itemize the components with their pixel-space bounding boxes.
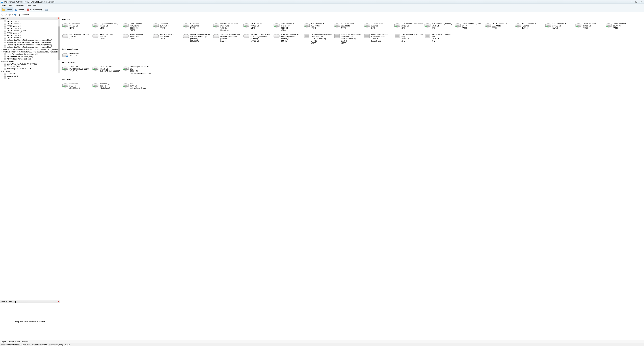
folder-tree[interactable]: ›FAT16 Volume 2›FAT16 Volume 3›FAT16 Vol… (0, 20, 60, 300)
volume-item[interactable]: Linux Swap Volume 1 (rhel.swap)7.73 GbLi… (213, 23, 243, 31)
expand-icon[interactable]: › (1, 58, 3, 60)
expand-icon[interactable]: › (1, 65, 3, 67)
volume-item[interactable]: Linux Swap Volume 3 (rhel.swap, raid)7.7… (364, 33, 394, 44)
volume-item[interactable]: Volume 8 (VMware ESX vmkcore (coredump p… (273, 33, 304, 44)
volume-item[interactable]: XFS Volume 11.00 GbXFS (364, 23, 394, 31)
tree-item[interactable]: ›FAT16 Volume 9 (0, 36, 60, 39)
volume-item[interactable]: NTFS Volume 1980.00 MbNTFS (243, 23, 273, 31)
tree-item[interactable]: ›XFS Volume 7 (rhel.root, raid) (0, 58, 60, 60)
tree-scrollbar[interactable] (58, 20, 60, 73)
volume-item[interactable]: rhel96.66 GbLVM Volume Group (122, 83, 152, 89)
volume-item[interactable]: NTFS Volume 3450.00 MbNTFS (304, 23, 334, 31)
tree-item[interactable]: ›FAT16 Volume 7 (0, 32, 60, 34)
volume-item[interactable]: Samsung SSD 870 EVO 1TB931.51 GbDisk 2 (… (122, 66, 152, 74)
expand-icon[interactable]: › (1, 34, 3, 36)
volume-item[interactable]: datastore12.50 TbJBod (Span) (62, 83, 92, 89)
volume-item[interactable]: E: (nonImportant data)465.32 GbNTFS (92, 23, 122, 31)
tree-item[interactable]: ›Volume 7 (VMware ESX vmkcore (coredump … (0, 43, 60, 46)
volume-item[interactable]: H: (sData)736.20 GbNTFS (183, 23, 213, 31)
volume-item[interactable]: FAT16 Volume 74.00 GbFAT16 (92, 33, 122, 44)
volume-item[interactable]: FAT16 Volume 10285.98 MbFAT16 (485, 23, 515, 31)
expand-icon[interactable]: › (1, 25, 3, 27)
expand-icon[interactable]: › (1, 63, 3, 65)
volume-item[interactable]: XFS Volume 7 (rhel.root, raid)59.75 GbXF… (424, 33, 454, 44)
expand-icon[interactable]: › (1, 73, 3, 75)
tree-item[interactable]: ›datastore1 (0, 72, 60, 75)
volume-item[interactable]: G: (data2)194.71 GbNTFS (152, 23, 183, 31)
bottom-clear-button[interactable]: Clear (16, 341, 20, 343)
volume-item[interactable]: FAT16 Volume 6 (ESXi)3.97 MbFAT16 (62, 33, 92, 44)
volume-item[interactable]: XFS Volume 2 (rhel.home)29.18 GbXFS (394, 23, 424, 31)
menu-view[interactable]: View (8, 4, 12, 6)
volume-item[interactable]: FAT16 Volume 5285.98 MbFAT16 (606, 23, 636, 31)
expand-icon[interactable]: › (1, 23, 3, 25)
menu-tools[interactable]: Tools (27, 4, 31, 6)
tree-item[interactable]: ›Volume 3 (VMware ESX vmkcore (coredump … (0, 39, 60, 41)
menu-commands[interactable]: Commands (15, 4, 24, 6)
expand-icon[interactable]: › (1, 41, 3, 43)
expand-icon[interactable]: › (1, 27, 3, 29)
bottom-export-button[interactable]: Export (1, 341, 6, 343)
tree-item[interactable]: ›/vmfs/volumes/5850504c-01f07065-77f2-00… (0, 48, 60, 51)
volume-item[interactable]: FAT32 Volume 1 (SYSTEM)300.00 MbFAT32 (122, 23, 152, 31)
files-drop-area[interactable]: Drop files which you want to recover (0, 303, 60, 340)
volume-item[interactable]: SAMSUNG MZVL2512HCJQ-00B00476.94 Gb (62, 66, 92, 74)
expand-icon[interactable]: › (1, 75, 3, 77)
expand-icon[interactable]: › (1, 30, 3, 32)
maximize-button[interactable] (635, 1, 637, 3)
bottom-wizard-button[interactable]: Wizard (8, 341, 14, 343)
expand-icon[interactable]: › (1, 44, 3, 46)
minimize-button[interactable] (630, 1, 632, 3)
expand-icon[interactable]: › (1, 77, 3, 79)
tree-item[interactable]: ›rhel (0, 77, 60, 79)
expand-icon[interactable]: › (1, 53, 3, 55)
expand-icon[interactable]: › (1, 32, 3, 34)
tree-item[interactable]: ›ST950042 3AS (0, 65, 60, 67)
tree-item[interactable]: ›FAT16 Volume 6 (ESXi) (0, 29, 60, 32)
expand-icon[interactable]: › (1, 68, 3, 69)
tree-item[interactable]: ›SAMSUNG MZVL2512HCJQ-00B00 (0, 63, 60, 65)
tree-scroll-thumb[interactable] (58, 26, 60, 60)
volume-item[interactable]: Volume 3 (VMware ESX vmkcore (coredump p… (183, 33, 213, 44)
breadcrumb[interactable]: My Computer (18, 13, 29, 15)
content-pane[interactable]: VolumesC: (Windows)357.65 GbNTFSE: (nonI… (60, 17, 644, 340)
volume-item[interactable]: FAT16 Volume 3249.98 MbFAT16 (545, 23, 575, 31)
toolbar-raid-button[interactable]: Raid Recovery (25, 7, 44, 12)
tree-item[interactable]: ›Samsung SSD 870 EVO 1TB (0, 67, 60, 70)
nav-history-icon[interactable] (8, 13, 11, 16)
volume-item[interactable]: FAT16 Volume 24.00 GbFAT16 (515, 23, 545, 31)
volume-item[interactable]: datastore1_12.50 TbJBod (Span) (92, 83, 122, 89)
tree-item[interactable]: ›Volume 8 (VMware ESX vmkcore (coredump … (0, 46, 60, 48)
volume-item[interactable]: Volume 4 (VMware ESX vmkcore (coredump p… (213, 33, 243, 44)
tree-item[interactable]: ›FAT16 Volume 5 (0, 27, 60, 29)
volume-item[interactable]: XFS Volume 6 (rhel.home, raid)29.18 GbXF… (394, 33, 424, 44)
menu-drives[interactable]: Drives (1, 4, 6, 6)
expand-icon[interactable]: › (1, 37, 3, 39)
tree-item[interactable]: ›datastore1_1 (0, 75, 60, 77)
tree-item[interactable]: ›XFS Volume 6 (rhel.home, raid) (0, 55, 60, 58)
expand-icon[interactable]: › (1, 39, 3, 41)
volume-item[interactable]: C: (Windows)357.65 GbNTFS (62, 23, 92, 31)
volume-item[interactable]: FAT16 Volume 4249.98 MbFAT16 (575, 23, 606, 31)
toolbar-wizard-button[interactable]: Wizard (13, 7, 25, 12)
tree-item[interactable]: ›FAT16 Volume 3 (0, 22, 60, 25)
expand-icon[interactable]: › (1, 46, 3, 48)
nav-back-icon[interactable] (1, 13, 3, 16)
tree-item[interactable]: ›Volume 4 (VMware ESX vmkcore (coredump … (0, 41, 60, 43)
volume-item[interactable]: FAT16 Volume 1 (ESXi)3.97 MbFAT16 (454, 23, 485, 31)
volume-item[interactable]: XFS Volume 3 (rhel.root)59.75 GbXFS (424, 23, 454, 31)
tree-item[interactable]: ›FAT16 Volume 8 (0, 34, 60, 36)
expand-icon[interactable]: › (1, 51, 2, 53)
close-button[interactable] (640, 1, 642, 3)
volume-item[interactable]: Unallocated10.00 Gb (62, 52, 92, 57)
pin-icon[interactable]: 📌 (57, 301, 59, 303)
volume-item[interactable]: NTFS Volume 2 (BIOS_RVY)20.26 GbNTFS (273, 23, 304, 31)
nav-forward-icon[interactable] (5, 13, 7, 16)
volume-item[interactable]: /vmfs/volumes/5850504c-01f07065-77f2-000… (334, 33, 364, 44)
toolbar-folders-button[interactable]: Folders (1, 7, 13, 12)
volume-item[interactable]: Volume 7 (VMware ESX vmkcore (coredump p… (243, 33, 273, 44)
volume-item[interactable]: NTFS Volume 4613.00 MbNTFS (334, 23, 364, 31)
expand-icon[interactable]: › (1, 56, 3, 57)
volume-item[interactable]: /vmfs/volumes/5850504c-01f07065-77f2-000… (304, 33, 334, 44)
toolbar-cfg-button[interactable] (44, 7, 49, 12)
